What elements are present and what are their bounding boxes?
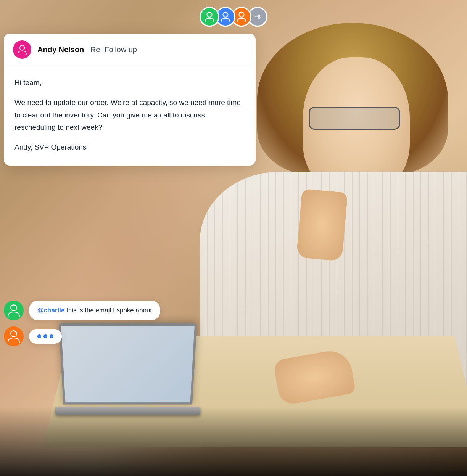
chat-message-2 [4,326,160,346]
bottom-overlay [0,407,467,476]
person-hand-chin [296,189,348,261]
chat-text-1: this is the email I spoke about [64,307,152,314]
typing-dot-2 [43,334,47,338]
email-header: Andy Nelson Re: Follow up [4,34,256,66]
email-sender-avatar [13,40,31,59]
chat-bubble-1: @charlie this is the email I spoke about [29,301,160,320]
email-sender-avatar-icon [16,43,28,56]
chat-area: @charlie this is the email I spoke about [4,301,160,346]
chat-avatar-1 [4,301,24,320]
chat-avatar-2-icon [5,328,22,345]
chat-avatar-1-icon [5,302,22,319]
avatar-user3-icon [234,10,249,24]
chat-typing-indicator [29,329,62,344]
person-glasses [309,107,400,130]
avatar-group: +8 [200,7,267,27]
email-signature: Andy, SVP Operations [14,141,245,153]
svg-point-3 [20,45,25,50]
email-body: Hi team, We need to update our order. We… [4,66,256,166]
email-paragraph1: We need to update our order. We're at ca… [14,96,245,133]
email-header-text: Andy Nelson Re: Follow up [37,45,137,54]
avatar-user1[interactable] [200,7,219,27]
avatar-user2-icon [218,10,233,24]
typing-dot-1 [37,334,41,338]
typing-dot-3 [50,334,53,338]
email-sender-name: Andy Nelson [37,45,84,54]
chat-avatar-2 [4,326,24,346]
email-subject: Re: Follow up [90,45,137,54]
email-card: Andy Nelson Re: Follow up Hi team, We ne… [4,34,256,166]
chat-mention-1: @charlie [37,307,64,314]
chat-message-1: @charlie this is the email I spoke about [4,301,160,320]
email-greeting: Hi team, [14,77,245,89]
avatar-user1-icon [202,10,217,24]
